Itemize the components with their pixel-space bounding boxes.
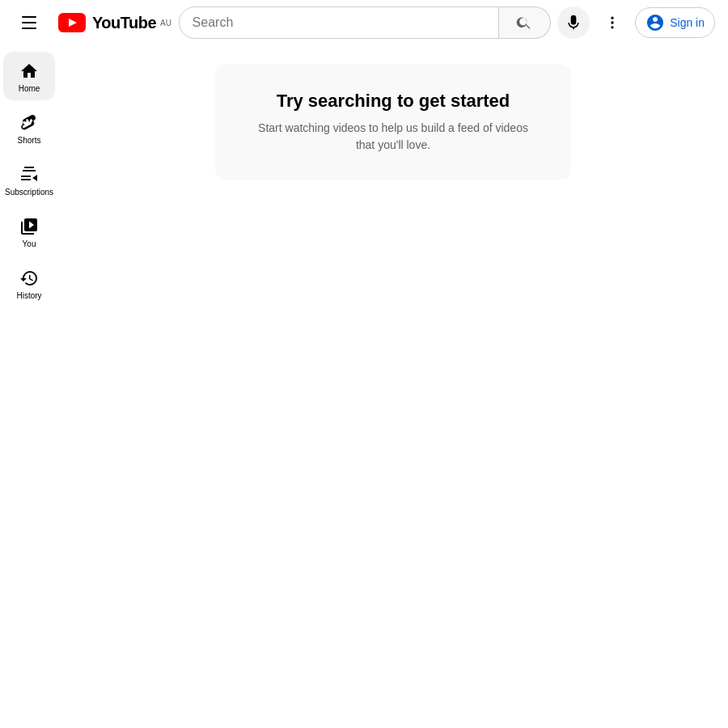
- search-input[interactable]: [193, 15, 485, 30]
- search-form[interactable]: [179, 6, 551, 39]
- main-content: Try searching to get started Start watch…: [58, 45, 728, 199]
- sign-in-label: Sign in: [670, 16, 705, 29]
- svg-point-2: [612, 17, 614, 19]
- sidebar-item-you[interactable]: You: [3, 207, 55, 256]
- yt-logo-text: YouTube: [92, 14, 156, 32]
- search-icon: [516, 15, 532, 31]
- header-center: [178, 6, 590, 39]
- microphone-icon: [565, 15, 582, 31]
- header-right: Sign in: [596, 6, 715, 39]
- sidebar-history-label: History: [16, 291, 41, 301]
- svg-point-3: [612, 21, 614, 23]
- account-circle-icon: [645, 13, 665, 32]
- sidebar-item-shorts[interactable]: Shorts: [3, 104, 55, 152]
- menu-line-1: [22, 16, 36, 18]
- sidebar-item-history[interactable]: History: [3, 259, 55, 307]
- subscriptions-icon: [19, 165, 39, 184]
- empty-state-subtitle: Start watching videos to help us build a…: [254, 120, 532, 154]
- search-button[interactable]: [499, 6, 551, 39]
- search-input-wrapper: [179, 6, 499, 39]
- sidebar-item-home[interactable]: Home: [3, 52, 55, 100]
- sign-in-button[interactable]: Sign in: [635, 7, 715, 38]
- menu-line-2: [22, 22, 36, 23]
- sidebar-subscriptions-label: Subscriptions: [5, 188, 53, 197]
- yt-country-badge: AU: [160, 19, 171, 28]
- sidebar-home-label: Home: [19, 84, 40, 94]
- menu-button[interactable]: [13, 6, 45, 39]
- empty-state-title: Try searching to get started: [254, 91, 532, 112]
- voice-search-button[interactable]: [557, 6, 590, 39]
- history-icon: [19, 269, 39, 288]
- svg-point-4: [612, 26, 614, 28]
- header-left: YouTubeAU: [13, 6, 171, 39]
- yt-logo-svg: [58, 13, 86, 32]
- header: YouTubeAU: [0, 0, 728, 45]
- menu-line-3: [22, 28, 36, 29]
- sidebar-shorts-label: Shorts: [18, 136, 41, 146]
- more-options-button[interactable]: [596, 6, 629, 39]
- sidebar-you-label: You: [23, 239, 36, 249]
- more-vert-icon: [604, 15, 620, 31]
- sidebar: Home Shorts Subscriptions You: [0, 45, 58, 728]
- home-icon: [19, 61, 39, 81]
- empty-state-card: Try searching to get started Start watch…: [215, 65, 571, 180]
- yt-logo-icon: [58, 13, 86, 32]
- shorts-icon: [19, 113, 39, 133]
- you-icon: [19, 217, 39, 236]
- sidebar-item-subscriptions[interactable]: Subscriptions: [3, 155, 55, 204]
- youtube-logo[interactable]: YouTubeAU: [58, 13, 171, 32]
